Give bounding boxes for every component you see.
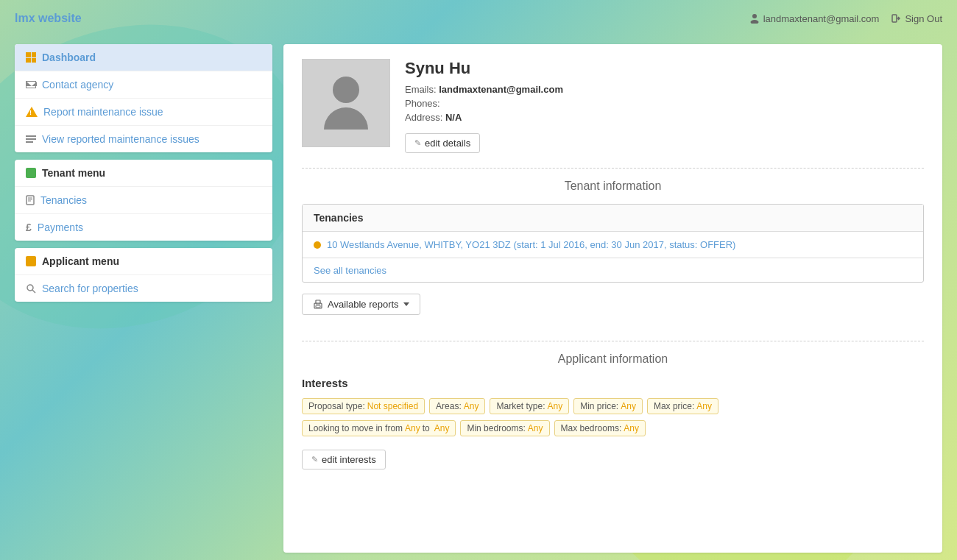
pencil-interests-icon: ✎ [311,455,318,464]
sign-out-button[interactable]: Sign Out [891,13,942,24]
applicant-info-title: Applicant information [302,352,924,366]
orange-dot-icon [26,256,36,266]
top-nav-right: landmaxtenant@gmail.com Sign Out [749,13,942,24]
pound-icon: £ [26,221,32,233]
sidebar-section-applicant: Applicant menu Search for properties [15,248,272,302]
sidebar-dashboard-label: Dashboard [42,52,96,63]
tenancies-box: Tenancies 10 Westlands Avenue, WHITBY, Y… [302,204,924,283]
sidebar-item-view-maintenance[interactable]: View reported maintenance issues [15,125,272,152]
sidebar-item-search-properties[interactable]: Search for properties [15,274,272,302]
caret-icon [403,302,409,306]
main-layout: Dashboard Contact agency Report maintena… [0,37,957,560]
edit-details-button[interactable]: ✎ edit details [405,133,480,153]
sidebar-applicant-header[interactable]: Applicant menu [15,248,272,274]
book-icon [26,195,35,205]
divider-1 [302,168,924,169]
search-icon [26,283,36,294]
payments-label: Payments [38,221,83,233]
edit-interests-button[interactable]: ✎ edit interests [302,450,386,469]
profile-address: Address: N/A [405,112,563,123]
avatar-head [333,77,359,103]
profile-email-value: landmaxtenant@gmail.com [439,84,563,95]
main-content: Synu Hu Emails: landmaxtenant@gmail.com … [283,44,942,553]
see-all-row: See all tenancies [303,258,923,282]
svg-rect-11 [316,305,320,308]
tag-proposal-type: Proposal type: Not specified [302,398,425,414]
profile-info: Synu Hu Emails: landmaxtenant@gmail.com … [405,59,563,153]
user-email: landmaxtenant@gmail.com [763,13,880,24]
dashboard-icon [26,52,36,63]
tag-move-in-from: Looking to move in from Any to Any [302,420,456,436]
avatar [302,59,390,147]
sidebar: Dashboard Contact agency Report maintena… [15,44,272,553]
svg-rect-3 [27,196,34,205]
view-maintenance-label: View reported maintenance issues [42,133,199,145]
tag-market-type: Market type: Any [490,398,569,414]
svg-line-8 [32,290,35,293]
sidebar-item-tenancies[interactable]: Tenancies [15,186,272,213]
profile-email: Emails: landmaxtenant@gmail.com [405,84,563,95]
user-info: landmaxtenant@gmail.com [749,13,880,24]
tag-min-bedrooms: Min bedrooms: Any [460,420,549,436]
avatar-figure [324,77,368,130]
pencil-icon: ✎ [414,138,421,148]
profile-phones: Phones: [405,98,563,109]
tenancy-row: 10 Westlands Avenue, WHITBY, YO21 3DZ (s… [303,232,923,258]
sidebar-item-report-maintenance[interactable]: Report maintenance issue [15,98,272,125]
svg-rect-2 [892,15,897,22]
sidebar-item-contact-agency[interactable]: Contact agency [15,71,272,98]
signout-icon [891,13,901,24]
svg-point-0 [752,14,757,18]
tenancies-label: Tenancies [40,194,87,206]
tenant-info-title: Tenant information [302,180,924,193]
svg-point-7 [27,285,33,291]
sidebar-section-tenant: Tenant menu Tenancies £ Payments [15,160,272,241]
search-properties-label: Search for properties [42,283,138,294]
warning-icon [26,107,38,117]
printer-icon [313,300,323,310]
reports-btn-label: Available reports [328,299,399,310]
interests-title: Interests [302,377,924,389]
profile-name: Synu Hu [405,59,563,78]
tag-min-price: Min price: Any [573,398,643,414]
divider-2 [302,341,924,341]
envelope-icon [26,81,36,88]
tag-max-price: Max price: Any [647,398,718,414]
green-dot-icon [26,168,36,178]
tenancy-link[interactable]: 10 Westlands Avenue, WHITBY, YO21 3DZ (s… [327,239,735,250]
see-all-tenancies-link[interactable]: See all tenancies [314,265,386,276]
profile-address-value: N/A [445,112,462,123]
avatar-body [324,107,368,130]
interests-tags-row1: Proposal type: Not specified Areas: Any … [302,398,924,414]
user-icon [749,13,760,24]
sidebar-tenant-header[interactable]: Tenant menu [15,160,272,186]
tenancy-status-dot [314,241,321,249]
list-icon [26,135,36,143]
tag-max-bedrooms: Max bedrooms: Any [554,420,646,436]
profile-section: Synu Hu Emails: landmaxtenant@gmail.com … [302,59,924,153]
top-navigation: lmx website landmaxtenant@gmail.com Sign… [0,0,957,37]
available-reports-button[interactable]: Available reports [302,294,420,315]
tenancies-header: Tenancies [303,205,923,232]
svg-point-1 [750,20,758,24]
sign-out-label: Sign Out [905,13,942,24]
sidebar-dashboard-header[interactable]: Dashboard [15,44,272,71]
sidebar-tenant-label: Tenant menu [42,167,105,179]
tag-areas: Areas: Any [429,398,485,414]
sidebar-item-payments[interactable]: £ Payments [15,213,272,241]
app-logo[interactable]: lmx website [15,12,82,25]
sidebar-section-dashboard: Dashboard Contact agency Report maintena… [15,44,272,152]
interests-tags-row2: Looking to move in from Any to Any Min b… [302,420,924,436]
contact-agency-label: Contact agency [42,79,113,91]
sidebar-applicant-label: Applicant menu [42,255,119,267]
report-maintenance-label: Report maintenance issue [43,106,163,118]
